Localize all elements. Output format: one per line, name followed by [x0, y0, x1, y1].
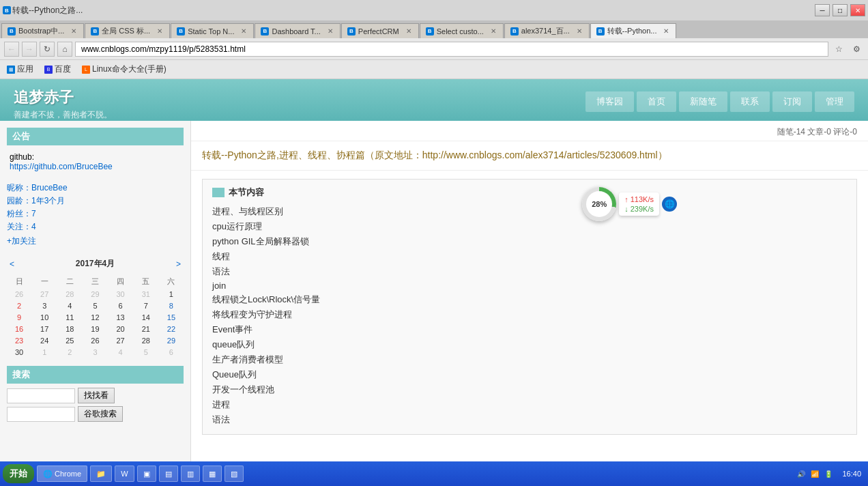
cal-day-26-prev[interactable]: 26 [7, 289, 31, 300]
taskbar-app-2[interactable]: ▤ [159, 466, 178, 482]
cal-day-18[interactable]: 18 [57, 324, 82, 334]
cal-day-5-next[interactable]: 5 [134, 347, 158, 358]
bookmark-baidu[interactable]: B 百度 [42, 62, 74, 76]
cal-day-4-next[interactable]: 4 [108, 347, 133, 358]
tab-close-3[interactable]: ✕ [240, 27, 248, 35]
search-button[interactable]: 找找看 [78, 388, 115, 403]
toc-item-0[interactable]: 进程、与线程区别 [212, 204, 847, 219]
toc-item-14[interactable]: 语法 [212, 412, 847, 427]
cal-day-27[interactable]: 27 [108, 335, 133, 346]
cal-day-17[interactable]: 17 [32, 324, 57, 334]
cal-day-29[interactable]: 29 [159, 335, 184, 346]
calendar-prev[interactable]: < [7, 259, 17, 269]
cal-day-16[interactable]: 16 [7, 324, 31, 334]
cal-day-19[interactable]: 19 [83, 324, 107, 334]
tab-close-1[interactable]: ✕ [70, 27, 78, 35]
bookmark-linux[interactable]: L Linux命令大全(手册) [79, 62, 169, 76]
nav-home[interactable]: 首页 [637, 91, 676, 112]
maximize-button[interactable]: □ [833, 4, 848, 16]
home-button[interactable]: ⌂ [57, 42, 72, 57]
cal-day-5[interactable]: 5 [83, 300, 107, 311]
minimize-button[interactable]: ─ [815, 4, 830, 16]
back-button[interactable]: ← [4, 42, 19, 57]
nav-newpost[interactable]: 新随笔 [679, 91, 727, 112]
taskbar-app-explorer[interactable]: 📁 [90, 466, 112, 482]
add-follow-link[interactable]: +加关注 [7, 235, 184, 247]
tab-alex[interactable]: B alex3714_百... ✕ [504, 23, 590, 38]
tab-close-7[interactable]: ✕ [575, 27, 583, 35]
nickname-value[interactable]: BruceBee [31, 183, 68, 192]
cal-day-23[interactable]: 23 [7, 335, 31, 346]
taskbar-app-word[interactable]: W [115, 466, 134, 482]
cal-day-25[interactable]: 25 [57, 335, 82, 346]
tab-select[interactable]: B Select custo... ✕ [420, 23, 504, 38]
cal-day-9[interactable]: 9 [7, 312, 31, 323]
tab-close-6[interactable]: ✕ [489, 27, 497, 35]
tray-icon-2[interactable]: 📶 [809, 468, 820, 479]
cal-day-6[interactable]: 6 [108, 300, 133, 311]
google-search-input[interactable] [7, 407, 75, 422]
cal-day-4[interactable]: 4 [57, 300, 82, 311]
github-link[interactable]: https://github.com/BruceBee [10, 162, 113, 171]
star-icon[interactable]: ☆ [831, 42, 846, 57]
tab-python-active[interactable]: B 转载--Python... ✕ [590, 23, 677, 38]
nav-contact[interactable]: 联系 [730, 91, 770, 112]
toc-item-1[interactable]: cpu运行原理 [212, 219, 847, 234]
cal-day-14[interactable]: 14 [134, 312, 158, 323]
toc-item-4[interactable]: 语法 [212, 264, 847, 279]
nav-subscribe[interactable]: 订阅 [772, 91, 812, 112]
cal-day-15[interactable]: 15 [159, 312, 184, 323]
tab-perfectcrm[interactable]: B PerfectCRM ✕ [341, 23, 419, 38]
toc-item-7[interactable]: 将线程变为守护进程 [212, 307, 847, 322]
cal-day-2[interactable]: 2 [7, 300, 31, 311]
tab-close-5[interactable]: ✕ [405, 27, 413, 35]
tab-css[interactable]: B 全局 CSS 标... ✕ [85, 23, 170, 38]
cal-day-28[interactable]: 28 [134, 335, 158, 346]
cal-day-12[interactable]: 12 [83, 312, 107, 323]
cal-day-29-prev[interactable]: 29 [83, 289, 107, 300]
settings-icon[interactable]: ⚙ [849, 42, 864, 57]
article-title-link[interactable]: 转载--Python之路,进程、线程、协程篇（原文地址：http://www.c… [191, 141, 868, 171]
cal-day-26[interactable]: 26 [83, 335, 107, 346]
tray-icon-3[interactable]: 🔋 [823, 468, 834, 479]
taskbar-app-5[interactable]: ▧ [225, 466, 244, 482]
cal-day-30-prev[interactable]: 30 [108, 289, 133, 300]
cal-day-8[interactable]: 8 [159, 300, 184, 311]
cal-day-10[interactable]: 10 [32, 312, 57, 323]
cal-day-28-prev[interactable]: 28 [57, 289, 82, 300]
refresh-button[interactable]: ↻ [40, 42, 55, 57]
cal-day-22[interactable]: 22 [159, 324, 184, 334]
toc-item-3[interactable]: 线程 [212, 249, 847, 264]
close-button[interactable]: ✕ [850, 4, 865, 16]
cal-day-1-next[interactable]: 1 [32, 347, 57, 358]
nav-bloghome[interactable]: 博客园 [585, 91, 634, 112]
tab-close-4[interactable]: ✕ [326, 27, 334, 35]
tab-dashboard[interactable]: B Dashboard T... ✕ [255, 23, 340, 38]
taskbar-app-chrome[interactable]: 🌐 Chrome [37, 466, 87, 482]
cal-day-13[interactable]: 13 [108, 312, 133, 323]
taskbar-app-3[interactable]: ▥ [181, 466, 200, 482]
cal-day-2-next[interactable]: 2 [57, 347, 82, 358]
start-button[interactable]: 开始 [3, 464, 34, 483]
toc-item-5[interactable]: join [212, 279, 847, 292]
cal-day-20[interactable]: 20 [108, 324, 133, 334]
tab-close-2[interactable]: ✕ [156, 27, 164, 35]
nav-manage[interactable]: 管理 [815, 91, 854, 112]
cal-day-27-prev[interactable]: 27 [32, 289, 57, 300]
cal-day-1[interactable]: 1 [159, 289, 184, 300]
toc-item-6[interactable]: 线程锁之Lock\Rlock\信号量 [212, 292, 847, 307]
toc-item-12[interactable]: 开发一个线程池 [212, 382, 847, 397]
tab-close-8[interactable]: ✕ [662, 27, 670, 35]
tray-icon-1[interactable]: 🔊 [796, 468, 807, 479]
toc-item-10[interactable]: 生产者消费者模型 [212, 352, 847, 367]
taskbar-app-1[interactable]: ▣ [137, 466, 156, 482]
cal-day-3-next[interactable]: 3 [83, 347, 107, 358]
cal-day-30[interactable]: 30 [7, 347, 31, 358]
calendar-next[interactable]: > [173, 259, 184, 269]
tab-static[interactable]: B Static Top N... ✕ [171, 23, 254, 38]
cal-day-6-next[interactable]: 6 [159, 347, 184, 358]
toc-item-9[interactable]: queue队列 [212, 337, 847, 352]
address-input[interactable] [75, 42, 828, 57]
cal-day-11[interactable]: 11 [57, 312, 82, 323]
toc-item-2[interactable]: python GIL全局解释器锁 [212, 234, 847, 249]
